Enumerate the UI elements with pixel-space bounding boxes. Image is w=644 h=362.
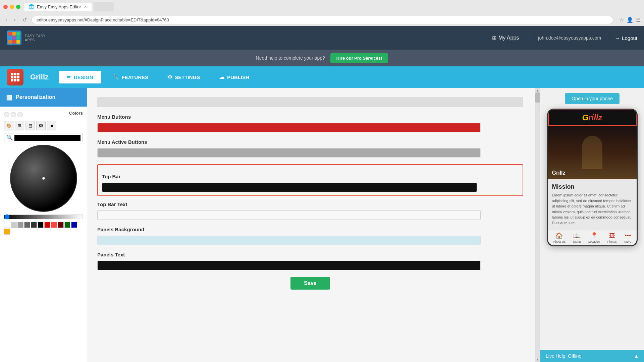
app-name: Grillz — [30, 73, 49, 81]
design-icon: ✏ — [67, 74, 71, 80]
color-tool-grid[interactable]: ⊞ — [15, 121, 24, 130]
app-icon-cell — [11, 76, 13, 78]
top-bar-text-color-bar[interactable] — [97, 210, 481, 220]
design-sections: Menu Buttons Menu Active Buttons Top Bar… — [97, 95, 530, 290]
phone-hero: Grillz — [548, 126, 637, 179]
panels-background-color-bar[interactable] — [97, 236, 481, 245]
phone-nav-menu[interactable]: 📖 Menu — [573, 232, 581, 243]
scroll-up-arrow[interactable]: ▲ — [535, 88, 540, 92]
bookmark-button[interactable]: ☆ — [619, 17, 624, 23]
tab-design[interactable]: ✏ DESIGN — [59, 71, 101, 83]
swatch[interactable] — [64, 222, 70, 228]
tab-features[interactable]: 🔧 FEATURES — [105, 71, 157, 83]
swatch[interactable] — [58, 222, 64, 228]
back-button[interactable]: ‹ — [3, 16, 9, 23]
phone-nav-location[interactable]: 📍 Location — [588, 232, 600, 243]
personalization-icon: ▦ — [6, 93, 12, 101]
color-swatches — [4, 222, 83, 235]
top-bar-color-bar[interactable] — [102, 183, 477, 192]
menu-buttons-section: Menu Buttons — [97, 114, 523, 132]
swatch[interactable] — [11, 222, 17, 228]
color-wheel[interactable] — [10, 145, 77, 212]
my-apps-button[interactable]: ⊞ My Apps — [487, 32, 524, 44]
tab-close-button[interactable]: ✕ — [84, 5, 87, 9]
save-button[interactable]: Save — [290, 277, 330, 290]
logout-button[interactable]: → Logout — [615, 35, 637, 41]
logout-icon: → — [615, 35, 620, 41]
color-tools: 🎨 ⊞ ▤ 🖼 ■ — [4, 121, 83, 130]
swatch[interactable] — [51, 222, 57, 228]
top-bar-text-section: Top Bar Text — [97, 201, 523, 220]
color-tool-swatch[interactable]: ■ — [47, 121, 56, 130]
color-tool-image[interactable]: 🖼 — [36, 121, 46, 130]
live-help-toggle-icon[interactable]: ▲ — [634, 353, 639, 359]
color-tool-palette[interactable]: ▤ — [25, 121, 35, 130]
minimize-dot[interactable] — [10, 5, 14, 9]
browser-actions: ☆ 👤 ☰ — [619, 17, 641, 23]
swatch[interactable] — [4, 229, 10, 235]
swatch[interactable] — [44, 222, 50, 228]
promo-banner: Need help to complete your app? Hire our… — [0, 50, 644, 66]
more-icon: ••• — [625, 232, 631, 239]
menu-active-buttons-color-bar[interactable] — [97, 148, 481, 158]
phone-bottom-nav: 🏠 About Us 📖 Menu 📍 Location 🖼 Photos ••… — [548, 230, 637, 245]
panels-text-color-bar[interactable] — [97, 261, 481, 270]
panels-background-section: Panels Background — [97, 227, 523, 245]
swatch[interactable] — [4, 222, 10, 228]
app-icon-cell — [17, 79, 19, 81]
color-search-bar: 🔍 — [4, 133, 83, 142]
phone-section-title: Mission — [552, 183, 633, 190]
logo-cell — [12, 32, 16, 36]
tab-publish[interactable]: ☁ PUBLISH — [211, 71, 257, 83]
color-tool-spectrum[interactable]: 🎨 — [4, 121, 13, 130]
pro-services-button[interactable]: Hire our Pro Services! — [330, 53, 388, 63]
swatch[interactable] — [71, 222, 77, 228]
radio-1[interactable] — [4, 112, 9, 117]
browser-titlebar: 🌐 Easy Easy Apps Editor ✕ — [0, 0, 644, 13]
sidebar: ▦ Personalization Colors 🎨 ⊞ ▤ 🖼 ■ 🔍 — [0, 88, 87, 362]
menu-icon: 📖 — [573, 232, 581, 239]
open-in-phone-button[interactable]: Open in your phone — [565, 93, 620, 104]
color-panel: Colors 🎨 ⊞ ▤ 🖼 ■ 🔍 — [0, 107, 87, 362]
phone-nav-about[interactable]: 🏠 About Us — [553, 232, 566, 243]
logo-cell — [8, 32, 12, 36]
swatch[interactable] — [24, 222, 30, 228]
tab-settings[interactable]: ⚙ SETTINGS — [160, 71, 208, 83]
menu-button[interactable]: ☰ — [636, 17, 641, 23]
phone-nav-photos[interactable]: 🖼 Photos — [607, 232, 617, 243]
radio-3[interactable] — [17, 112, 23, 117]
scrollbar[interactable]: ▲ ▼ — [535, 88, 540, 362]
user-button[interactable]: 👤 — [627, 17, 633, 23]
browser-chrome: 🌐 Easy Easy Apps Editor ✕ ‹ › ↺ editor.e… — [0, 0, 644, 26]
close-dot[interactable] — [3, 5, 8, 9]
browser-tab[interactable]: 🌐 Easy Easy Apps Editor ✕ — [24, 3, 92, 11]
forward-button[interactable]: › — [12, 16, 17, 23]
live-help-bar[interactable]: Live Help: Offline ▲ — [540, 350, 644, 362]
user-email: john.doe@easyeasyapps.com — [538, 35, 601, 41]
new-tab-button[interactable] — [94, 2, 114, 11]
scroll-thumb[interactable] — [535, 93, 540, 103]
swatch[interactable] — [31, 222, 37, 228]
radio-2[interactable] — [11, 112, 16, 117]
scroll-down-arrow[interactable]: ▼ — [535, 358, 540, 361]
color-search-input[interactable] — [14, 135, 80, 141]
maximize-dot[interactable] — [16, 5, 20, 9]
phone-top-bar: G rillz — [548, 110, 637, 126]
phone-nav-more[interactable]: ••• More — [625, 232, 632, 243]
app-icon-cell — [11, 73, 13, 75]
swatch[interactable] — [38, 222, 44, 228]
reload-button[interactable]: ↺ — [20, 16, 29, 24]
app-navbar: Grillz ✏ DESIGN 🔧 FEATURES ⚙ SETTINGS ☁ … — [0, 66, 644, 88]
top-bar-section: Top Bar — [97, 164, 523, 196]
swatch[interactable] — [17, 222, 23, 228]
address-bar[interactable]: editor.easyeasyapps.net/#DesignPlace:edi… — [32, 16, 613, 24]
menu-buttons-color-bar[interactable] — [97, 123, 481, 132]
brightness-slider[interactable] — [4, 215, 83, 219]
brand-rest: rillz — [588, 113, 602, 122]
photos-icon: 🖼 — [609, 232, 615, 239]
url-text: editor.easyeasyapps.net/#DesignPlace:edi… — [37, 17, 169, 22]
content-area: ▲ ▼ Menu Buttons Menu Active Buttons Top… — [87, 88, 540, 362]
publish-icon: ☁ — [219, 74, 224, 80]
app-logo: EASY EASY APPS — [7, 31, 46, 45]
app-icon-cell — [11, 79, 13, 81]
